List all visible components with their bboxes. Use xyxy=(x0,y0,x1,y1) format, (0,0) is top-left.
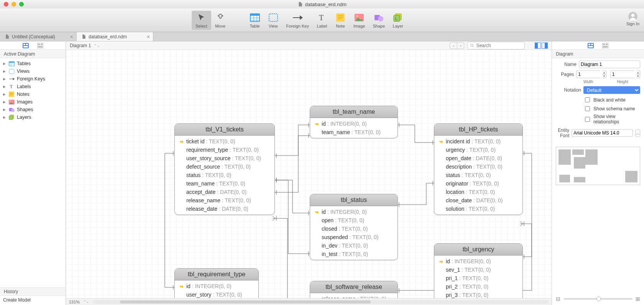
close-icon[interactable]: × xyxy=(147,34,150,39)
entity-title[interactable]: tbl_urgency xyxy=(434,244,522,256)
disclosure-icon[interactable]: ▶ xyxy=(3,100,6,104)
column-row[interactable]: user_story_source: TEXT(0, 0) xyxy=(177,154,272,162)
history-item[interactable]: Create Model xyxy=(0,296,66,305)
disclosure-icon[interactable]: ▶ xyxy=(3,69,6,73)
toolbar-table-button[interactable]: Table xyxy=(246,11,264,30)
column-row[interactable]: close_date: DATE(0, 0) xyxy=(437,196,520,205)
column-row[interactable]: user_story: TEXT(0, 0) xyxy=(177,290,256,298)
zoom-slider[interactable] xyxy=(564,298,632,300)
pages-width-input[interactable] xyxy=(576,71,600,78)
schema-checkbox[interactable] xyxy=(585,106,590,111)
column-row[interactable]: originator: TEXT(0, 0) xyxy=(437,179,520,188)
disclosure-icon[interactable]: ▶ xyxy=(3,115,6,119)
column-row[interactable]: release_name: TEXT(0, 0) xyxy=(177,196,272,205)
minimize-window-icon[interactable] xyxy=(12,2,16,7)
toolbar-shape-button[interactable]: Shape xyxy=(369,11,389,30)
toolbar-select-button[interactable]: Select xyxy=(192,11,211,30)
column-row[interactable]: status: TEXT(0, 0) xyxy=(177,171,272,179)
column-row[interactable]: pri_1: TEXT(0, 0) xyxy=(437,274,520,282)
zoom-arrows-icon[interactable]: ⌃⌄ xyxy=(84,300,89,303)
close-icon[interactable]: × xyxy=(70,34,73,39)
column-row[interactable]: closed: TEXT(0, 0) xyxy=(312,225,395,233)
column-row[interactable]: in_dev: TEXT(0, 0) xyxy=(312,241,395,250)
column-row[interactable]: open: TEXT(0, 0) xyxy=(312,216,395,225)
tree-item-notes[interactable]: ▶Notes xyxy=(0,90,66,98)
notation-select[interactable]: Default xyxy=(583,86,640,94)
column-row[interactable]: id: INTEGER(0, 0) xyxy=(312,208,395,216)
disclosure-icon[interactable]: ▶ xyxy=(3,92,6,96)
entity-tbl_team_name[interactable]: tbl_team_nameid: INTEGER(0, 0)team_name:… xyxy=(310,106,398,138)
entity-tbl_HP_tickets[interactable]: tbl_HP_ticketsincident id: TEXT(0, 0)urg… xyxy=(434,123,523,215)
h-scrollbar[interactable] xyxy=(93,300,549,304)
list-tab-icon[interactable] xyxy=(37,43,43,49)
disclosure-icon[interactable]: ▶ xyxy=(3,77,6,81)
minimap[interactable]: ⊟ ⊞ xyxy=(552,143,644,305)
toolbar-image-button[interactable]: Image xyxy=(350,11,369,30)
entity-tbl_requirement_type[interactable]: tbl_requirement_typeid: INTEGER(0, 0)use… xyxy=(174,268,259,298)
bw-checkbox[interactable] xyxy=(585,97,590,102)
zoom-out-icon[interactable]: ⊟ xyxy=(556,296,560,302)
entity-tbl_urgency[interactable]: tbl_urgencyid: INTEGER(0, 0)sev_1: TEXT(… xyxy=(434,243,523,298)
column-row[interactable]: open_date: DATE(0, 0) xyxy=(437,154,520,162)
left-tab-switcher[interactable] xyxy=(0,41,66,50)
column-row[interactable]: release_date: DATE(0, 0) xyxy=(177,205,272,213)
entity-tbl_status[interactable]: tbl_statusid: INTEGER(0, 0)open: TEXT(0,… xyxy=(310,194,398,260)
toolbar-layer-button[interactable]: LLayer xyxy=(389,11,407,30)
signin-button[interactable]: Sign In xyxy=(626,11,639,26)
toolbar-note-button[interactable]: Note xyxy=(331,11,350,30)
entity-tbl_V1_tickets[interactable]: tbl_V1_ticketsticket id: TEXT(0, 0)requi… xyxy=(174,123,275,215)
toolbar-fk-button[interactable]: Foreign Key xyxy=(283,11,313,30)
toolbar-move-button[interactable]: Move xyxy=(211,11,230,30)
column-row[interactable]: status: TEXT(0, 0) xyxy=(437,171,520,179)
column-row[interactable]: id: INTEGER(0, 0) xyxy=(312,120,395,128)
nav-back-icon[interactable]: ‹ xyxy=(450,43,457,49)
column-row[interactable]: defect_source: TEXT(0, 0) xyxy=(177,162,272,171)
props-tab-icon[interactable] xyxy=(588,43,594,49)
entity-title[interactable]: tbl_software_release xyxy=(310,281,398,293)
object-tree[interactable]: ▶Tables▶Views▶Foreign Keys▶TLabels▶Notes… xyxy=(0,58,66,287)
minimap-box[interactable] xyxy=(556,147,640,185)
column-row[interactable]: team_name: TEXT(0, 0) xyxy=(312,128,395,136)
layout-switcher[interactable] xyxy=(535,43,548,49)
tree-item-views[interactable]: ▶Views xyxy=(0,67,66,75)
column-row[interactable]: release_name: TEXT(0, 0) xyxy=(312,295,395,298)
zoom-in-icon[interactable]: ⊞ xyxy=(636,296,640,302)
disclosure-icon[interactable]: ▶ xyxy=(3,85,6,89)
tree-item-labels[interactable]: ▶TLabels xyxy=(0,83,66,90)
column-row[interactable]: in_test: TEXT(0, 0) xyxy=(312,250,395,258)
toolbar-label-button[interactable]: TLabel xyxy=(313,11,331,30)
toolbar-view-button[interactable]: View xyxy=(264,11,283,30)
diagram-selector[interactable]: Diagram 1 xyxy=(70,43,91,48)
layout-left-icon[interactable] xyxy=(535,43,541,49)
pages-width-stepper[interactable]: ▲▼ xyxy=(602,71,606,78)
nav-fwd-icon[interactable]: › xyxy=(457,43,464,49)
column-row[interactable]: pri_2: TEXT(0, 0) xyxy=(437,282,520,291)
font-input[interactable] xyxy=(572,129,633,137)
search-box[interactable] xyxy=(467,42,525,49)
layout-right-icon[interactable] xyxy=(542,43,548,49)
column-row[interactable]: team_name: TEXT(0, 0) xyxy=(177,179,272,188)
doc-tab[interactable]: Untitled (Conceptual)× xyxy=(0,32,77,41)
font-picker-button[interactable]: … xyxy=(635,129,640,137)
column-row[interactable]: id: INTEGER(0, 0) xyxy=(437,257,520,266)
views-checkbox[interactable] xyxy=(585,117,590,122)
pages-height-stepper[interactable]: ▲▼ xyxy=(636,71,640,78)
maximize-window-icon[interactable] xyxy=(19,2,24,7)
column-row[interactable]: ticket id: TEXT(0, 0) xyxy=(177,137,272,146)
pages-height-input[interactable] xyxy=(610,71,634,78)
model-tab-icon[interactable] xyxy=(23,43,29,49)
entity-title[interactable]: tbl_HP_tickets xyxy=(434,124,522,136)
column-row[interactable]: suspended: TEXT(0, 0) xyxy=(312,233,395,241)
close-window-icon[interactable] xyxy=(4,2,8,7)
entity-tbl_software_release[interactable]: tbl_software_releaserelease_name: TEXT(0… xyxy=(310,281,398,298)
column-row[interactable]: accept_date: DATE(0, 0) xyxy=(177,188,272,196)
column-row[interactable]: requirement_type: TEXT(0, 0) xyxy=(177,146,272,154)
doc-tab[interactable]: database_erd.ndm× xyxy=(77,32,153,41)
tree-item-tables[interactable]: ▶Tables xyxy=(0,60,66,67)
column-row[interactable]: solution: TEXT(0, 0) xyxy=(437,205,520,213)
search-input[interactable] xyxy=(476,43,522,49)
zoom-level[interactable]: 131% xyxy=(69,300,80,304)
entity-title[interactable]: tbl_status xyxy=(310,194,398,206)
column-row[interactable]: description: TEXT(0, 0) xyxy=(437,162,520,171)
column-row[interactable]: incident id: TEXT(0, 0) xyxy=(437,137,520,146)
